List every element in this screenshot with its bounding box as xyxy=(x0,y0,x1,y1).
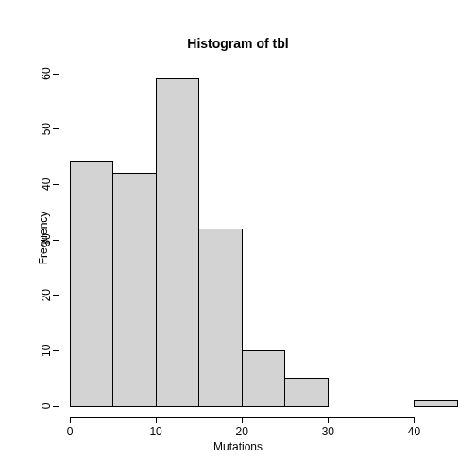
x-tick-label: 30 xyxy=(322,425,335,438)
histogram-chart: Histogram of tbl Frequency Mutations 010… xyxy=(0,0,476,476)
y-tick-label: 60 xyxy=(40,67,53,80)
x-tick-label: 10 xyxy=(149,425,162,438)
x-tick-label: 0 xyxy=(67,425,74,438)
histogram-bar xyxy=(199,229,243,406)
histogram-bar xyxy=(414,400,457,406)
x-tick-label: 20 xyxy=(236,425,249,438)
y-tick-label: 0 xyxy=(40,402,53,409)
x-tick-label: 40 xyxy=(408,425,421,438)
histogram-bar xyxy=(113,174,157,406)
y-tick-label: 50 xyxy=(40,123,53,136)
histogram-bar xyxy=(70,162,113,406)
plot-area: 010203040 0102030405060 xyxy=(0,0,476,476)
histogram-bar xyxy=(285,379,329,406)
y-tick-label: 40 xyxy=(40,178,53,191)
y-tick-label: 10 xyxy=(40,344,53,357)
histogram-bar xyxy=(242,350,285,406)
y-tick-label: 20 xyxy=(40,289,53,302)
histogram-bar xyxy=(156,79,199,406)
y-tick-label: 30 xyxy=(40,233,53,246)
